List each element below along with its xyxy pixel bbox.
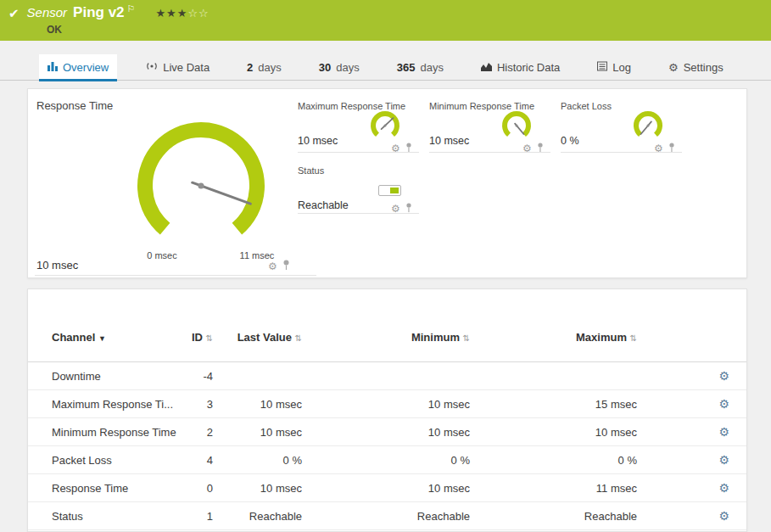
- cell-minimum: 10 msec: [302, 398, 470, 411]
- live-data-icon: [146, 61, 158, 74]
- divider: [298, 152, 419, 153]
- table-row[interactable]: Minimum Response Time 2 10 msec 10 msec …: [28, 418, 746, 446]
- cell-maximum: 15 msec: [470, 398, 637, 411]
- cell-minimum: 0 %: [302, 454, 470, 467]
- table-row[interactable]: Downtime -4 ⚙: [28, 362, 746, 390]
- tab-label-unit: days: [258, 61, 281, 74]
- cell-id: 3: [179, 398, 213, 411]
- sensor-header: ✔ Sensor Ping v2 ⚐ ★★★☆☆ OK: [0, 0, 771, 41]
- settings-gear-icon: ⚙: [668, 61, 679, 74]
- column-header-minimum[interactable]: Minimum ⇅: [302, 331, 470, 345]
- pin-icon[interactable]: [405, 141, 412, 156]
- status-gauge-value: Reachable: [298, 199, 349, 211]
- divider: [35, 275, 316, 276]
- small-gauge-value: 0 %: [561, 135, 579, 147]
- status-indicator: [378, 185, 401, 196]
- tab-365-days[interactable]: 365 days: [397, 54, 444, 81]
- column-header-maximum[interactable]: Maximum ⇅: [470, 331, 637, 345]
- stars-empty[interactable]: ☆☆: [187, 7, 209, 20]
- tab-label: Live Data: [163, 61, 210, 74]
- sort-icon[interactable]: ⇅: [295, 333, 302, 343]
- cell-last-value: 10 msec: [213, 426, 302, 439]
- divider: [561, 152, 682, 153]
- channel-settings-wrench-icon[interactable]: ⚙: [718, 481, 729, 495]
- main-gauge-value: 10 msec: [36, 259, 78, 272]
- pin-icon[interactable]: [282, 259, 290, 274]
- gauge-settings-gear-icon[interactable]: ⚙: [268, 260, 277, 272]
- cell-channel: Packet Loss: [52, 454, 179, 467]
- tab-label: Settings: [684, 61, 724, 74]
- cell-last-value: 10 msec: [213, 398, 302, 411]
- column-header-id[interactable]: ID ⇅: [179, 331, 213, 345]
- column-header-channel[interactable]: Channel ▼: [52, 331, 179, 345]
- sensor-status-badge: OK: [47, 24, 62, 36]
- channel-settings-wrench-icon[interactable]: ⚙: [718, 453, 729, 467]
- cell-channel: Downtime: [52, 370, 179, 383]
- table-header-row: Channel ▼ ID ⇅ Last Value ⇅ Minimum ⇅ Ma…: [28, 319, 746, 345]
- table-row[interactable]: Maximum Response Ti... 3 10 msec 10 msec…: [28, 390, 746, 418]
- sort-icon[interactable]: ⇅: [630, 333, 637, 343]
- cell-id: 4: [179, 454, 213, 467]
- cell-maximum: 11 msec: [470, 482, 637, 495]
- gauge-scale-min: 0 msec: [137, 250, 187, 260]
- status-gauge-title: Status: [298, 165, 324, 176]
- small-gauge-value: 10 msec: [429, 135, 469, 147]
- tab-30-days[interactable]: 30 days: [319, 54, 360, 81]
- cell-id: 1: [179, 510, 213, 523]
- cell-maximum: Reachable: [470, 510, 637, 523]
- channel-settings-wrench-icon[interactable]: ⚙: [718, 369, 729, 383]
- tab-log[interactable]: Log: [597, 54, 631, 81]
- cell-id: 2: [179, 426, 213, 439]
- object-kind-label: Sensor: [27, 5, 68, 20]
- sort-icon[interactable]: ⇅: [206, 333, 213, 343]
- cell-id: -4: [179, 370, 213, 383]
- divider: [298, 213, 419, 214]
- tab-2-days[interactable]: 2 days: [247, 54, 282, 81]
- sensor-title: Ping v2: [73, 4, 124, 21]
- sort-icon[interactable]: ⇅: [463, 333, 470, 343]
- tab-label: Overview: [63, 61, 109, 74]
- cell-channel: Response Time: [52, 482, 179, 495]
- gauge-column-packet-loss: Packet Loss 0 % ⚙: [561, 89, 682, 277]
- tab-label-unit: days: [336, 61, 359, 74]
- tab-label: 365: [397, 61, 416, 74]
- channel-settings-wrench-icon[interactable]: ⚙: [718, 425, 729, 439]
- stars-filled[interactable]: ★★★: [155, 7, 187, 20]
- main-gauge-title: Response Time: [36, 99, 113, 112]
- table-row[interactable]: Packet Loss 4 0 % 0 % 0 % ⚙: [28, 446, 746, 474]
- cell-channel: Status: [52, 510, 179, 523]
- cell-last-value: Reachable: [213, 510, 302, 523]
- tab-settings[interactable]: ⚙ Settings: [668, 54, 724, 81]
- tab-live-data[interactable]: Live Data: [146, 54, 210, 81]
- cell-maximum: 0 %: [470, 454, 637, 467]
- tab-label: 2: [247, 61, 253, 74]
- pin-icon[interactable]: [537, 141, 544, 156]
- tab-overview[interactable]: Overview: [39, 54, 117, 81]
- sort-desc-icon[interactable]: ▼: [98, 334, 106, 343]
- max-response-time-gauge: [367, 109, 406, 140]
- channel-settings-wrench-icon[interactable]: ⚙: [718, 397, 729, 411]
- pin-icon[interactable]: [405, 201, 412, 216]
- response-time-gauge: [129, 114, 273, 238]
- cell-id: 0: [179, 482, 213, 495]
- column-header-last-value[interactable]: Last Value ⇅: [213, 331, 302, 345]
- channel-settings-wrench-icon[interactable]: ⚙: [718, 509, 729, 523]
- priority-rating[interactable]: ★★★☆☆: [155, 7, 209, 20]
- log-icon: [597, 61, 607, 74]
- min-response-time-gauge: [499, 109, 538, 140]
- overview-icon: [47, 61, 58, 74]
- channels-table-panel: Channel ▼ ID ⇅ Last Value ⇅ Minimum ⇅ Ma…: [27, 288, 747, 532]
- gauges-panel: Response Time 0 msec 11 msec 10 msec ⚙ M…: [27, 88, 747, 278]
- cell-minimum: 10 msec: [302, 482, 470, 495]
- tab-historic-data[interactable]: Historic Data: [481, 54, 560, 81]
- historic-data-icon: [481, 61, 492, 74]
- pin-icon[interactable]: [668, 141, 675, 156]
- gauge-column-min-response: Minimum Response Time 10 msec ⚙: [429, 89, 550, 277]
- ok-check-icon: ✔: [8, 6, 20, 21]
- cell-minimum: 10 msec: [302, 426, 470, 439]
- table-row[interactable]: Status 1 Reachable Reachable Reachable ⚙: [28, 502, 746, 530]
- table-row[interactable]: Response Time 0 10 msec 10 msec 11 msec …: [28, 474, 746, 502]
- cell-maximum: 10 msec: [470, 426, 637, 439]
- cell-channel: Maximum Response Ti...: [52, 398, 179, 411]
- priority-flag-icon[interactable]: ⚐: [127, 3, 136, 14]
